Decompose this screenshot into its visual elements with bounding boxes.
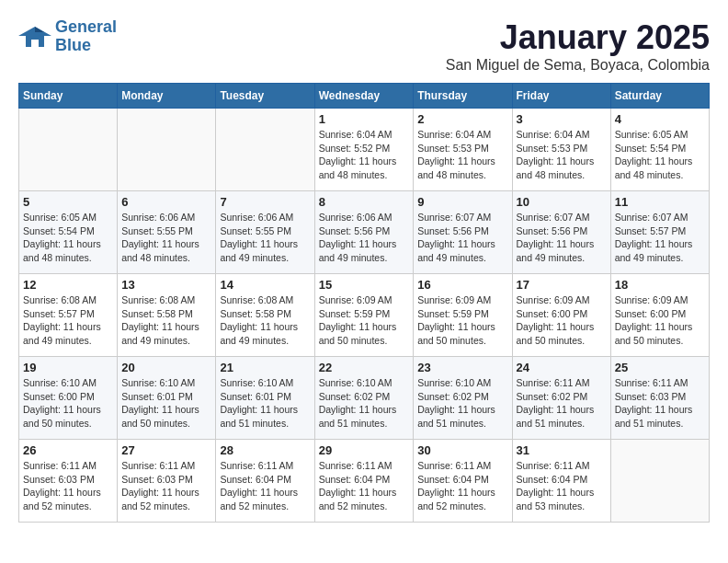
calendar-cell: 8Sunrise: 6:06 AMSunset: 5:56 PMDaylight… [314,191,414,274]
calendar-cell: 17Sunrise: 6:09 AMSunset: 6:00 PMDayligh… [512,274,610,357]
logo-icon [18,23,51,51]
calendar-cell: 18Sunrise: 6:09 AMSunset: 6:00 PMDayligh… [610,274,709,357]
cell-details: Sunrise: 6:06 AMSunset: 5:55 PMDaylight:… [121,211,211,265]
cell-details: Sunrise: 6:08 AMSunset: 5:57 PMDaylight:… [23,293,113,348]
logo-general: General [55,17,117,36]
calendar-cell [19,109,118,191]
calendar-cell [118,109,216,191]
weekday-header: Monday [118,84,216,109]
cell-details: Sunrise: 6:11 AMSunset: 6:03 PMDaylight:… [121,459,211,513]
cell-details: Sunrise: 6:04 AMSunset: 5:53 PMDaylight:… [517,128,607,182]
cell-details: Sunrise: 6:08 AMSunset: 5:58 PMDaylight:… [220,293,310,348]
weekday-header: Saturday [610,84,709,109]
day-number: 29 [319,443,410,457]
day-number: 25 [615,361,705,374]
calendar-cell: 26Sunrise: 6:11 AMSunset: 6:03 PMDayligh… [19,440,118,523]
cell-details: Sunrise: 6:10 AMSunset: 6:01 PMDaylight:… [121,376,211,431]
day-number: 7 [220,195,310,209]
day-number: 24 [517,361,607,374]
day-number: 31 [517,443,607,457]
calendar-cell: 5Sunrise: 6:05 AMSunset: 5:54 PMDaylight… [19,191,118,274]
day-number: 15 [319,278,410,292]
cell-details: Sunrise: 6:11 AMSunset: 6:03 PMDaylight:… [615,376,705,431]
calendar-cell: 10Sunrise: 6:07 AMSunset: 5:56 PMDayligh… [512,191,610,274]
calendar-header-row: SundayMondayTuesdayWednesdayThursdayFrid… [19,84,710,109]
cell-details: Sunrise: 6:09 AMSunset: 6:00 PMDaylight:… [517,293,607,348]
calendar-cell: 9Sunrise: 6:07 AMSunset: 5:56 PMDaylight… [414,191,512,274]
calendar-cell: 25Sunrise: 6:11 AMSunset: 6:03 PMDayligh… [610,357,709,440]
day-number: 10 [517,195,607,209]
calendar-cell: 11Sunrise: 6:07 AMSunset: 5:57 PMDayligh… [610,191,709,274]
cell-details: Sunrise: 6:07 AMSunset: 5:56 PMDaylight:… [517,211,607,265]
day-number: 20 [121,361,211,374]
calendar-cell: 12Sunrise: 6:08 AMSunset: 5:57 PMDayligh… [19,274,118,357]
cell-details: Sunrise: 6:05 AMSunset: 5:54 PMDaylight:… [615,128,705,182]
calendar-cell: 22Sunrise: 6:10 AMSunset: 6:02 PMDayligh… [314,357,414,440]
month-title: January 2025 [446,18,710,57]
cell-details: Sunrise: 6:05 AMSunset: 5:54 PMDaylight:… [23,211,113,265]
calendar-week-row: 12Sunrise: 6:08 AMSunset: 5:57 PMDayligh… [19,274,710,357]
calendar-cell: 23Sunrise: 6:10 AMSunset: 6:02 PMDayligh… [414,357,512,440]
calendar-cell: 7Sunrise: 6:06 AMSunset: 5:55 PMDaylight… [216,191,314,274]
location-title: San Miguel de Sema, Boyaca, Colombia [446,57,710,74]
calendar-cell: 30Sunrise: 6:11 AMSunset: 6:04 PMDayligh… [414,440,512,523]
cell-details: Sunrise: 6:11 AMSunset: 6:04 PMDaylight:… [220,459,310,513]
day-number: 6 [121,195,211,209]
day-number: 26 [23,443,113,457]
weekday-header: Sunday [19,84,118,109]
calendar-cell: 16Sunrise: 6:09 AMSunset: 5:59 PMDayligh… [414,274,512,357]
cell-details: Sunrise: 6:06 AMSunset: 5:56 PMDaylight:… [319,211,410,265]
cell-details: Sunrise: 6:07 AMSunset: 5:56 PMDaylight:… [417,211,507,265]
weekday-header: Tuesday [216,84,314,109]
calendar-cell: 13Sunrise: 6:08 AMSunset: 5:58 PMDayligh… [118,274,216,357]
calendar-cell [216,109,314,191]
weekday-header: Wednesday [314,84,414,109]
calendar-cell: 1Sunrise: 6:04 AMSunset: 5:52 PMDaylight… [314,109,414,191]
day-number: 27 [121,443,211,457]
day-number: 23 [417,361,507,374]
calendar-week-row: 5Sunrise: 6:05 AMSunset: 5:54 PMDaylight… [19,191,710,274]
weekday-header: Friday [512,84,610,109]
day-number: 8 [319,195,410,209]
calendar-cell: 20Sunrise: 6:10 AMSunset: 6:01 PMDayligh… [118,357,216,440]
calendar-cell: 19Sunrise: 6:10 AMSunset: 6:00 PMDayligh… [19,357,118,440]
cell-details: Sunrise: 6:10 AMSunset: 6:00 PMDaylight:… [23,376,113,431]
cell-details: Sunrise: 6:09 AMSunset: 5:59 PMDaylight:… [417,293,507,348]
cell-details: Sunrise: 6:07 AMSunset: 5:57 PMDaylight:… [615,211,705,265]
cell-details: Sunrise: 6:11 AMSunset: 6:04 PMDaylight:… [417,459,507,513]
day-number: 30 [417,443,507,457]
cell-details: Sunrise: 6:09 AMSunset: 6:00 PMDaylight:… [615,293,705,348]
calendar-cell: 28Sunrise: 6:11 AMSunset: 6:04 PMDayligh… [216,440,314,523]
day-number: 11 [615,195,705,209]
day-number: 17 [517,278,607,292]
calendar-cell: 6Sunrise: 6:06 AMSunset: 5:55 PMDaylight… [118,191,216,274]
day-number: 3 [517,112,607,126]
calendar-table: SundayMondayTuesdayWednesdayThursdayFrid… [18,83,710,523]
cell-details: Sunrise: 6:10 AMSunset: 6:02 PMDaylight:… [319,376,410,431]
calendar-cell: 4Sunrise: 6:05 AMSunset: 5:54 PMDaylight… [610,109,709,191]
calendar-cell: 2Sunrise: 6:04 AMSunset: 5:53 PMDaylight… [414,109,512,191]
calendar-cell: 31Sunrise: 6:11 AMSunset: 6:04 PMDayligh… [512,440,610,523]
calendar-week-row: 1Sunrise: 6:04 AMSunset: 5:52 PMDaylight… [19,109,710,191]
cell-details: Sunrise: 6:11 AMSunset: 6:02 PMDaylight:… [517,376,607,431]
day-number: 2 [417,112,507,126]
cell-details: Sunrise: 6:09 AMSunset: 5:59 PMDaylight:… [319,293,410,348]
day-number: 13 [121,278,211,292]
calendar-week-row: 19Sunrise: 6:10 AMSunset: 6:00 PMDayligh… [19,357,710,440]
calendar-cell: 27Sunrise: 6:11 AMSunset: 6:03 PMDayligh… [118,440,216,523]
day-number: 5 [23,195,113,209]
logo-blue: Blue [55,36,91,54]
day-number: 14 [220,278,310,292]
day-number: 16 [417,278,507,292]
calendar-cell [610,440,709,523]
cell-details: Sunrise: 6:06 AMSunset: 5:55 PMDaylight:… [220,211,310,265]
day-number: 9 [417,195,507,209]
calendar-cell: 15Sunrise: 6:09 AMSunset: 5:59 PMDayligh… [314,274,414,357]
cell-details: Sunrise: 6:04 AMSunset: 5:53 PMDaylight:… [417,128,507,182]
calendar-cell: 3Sunrise: 6:04 AMSunset: 5:53 PMDaylight… [512,109,610,191]
calendar-cell: 29Sunrise: 6:11 AMSunset: 6:04 PMDayligh… [314,440,414,523]
calendar-cell: 14Sunrise: 6:08 AMSunset: 5:58 PMDayligh… [216,274,314,357]
cell-details: Sunrise: 6:04 AMSunset: 5:52 PMDaylight:… [319,128,410,182]
day-number: 21 [220,361,310,374]
cell-details: Sunrise: 6:10 AMSunset: 6:01 PMDaylight:… [220,376,310,431]
